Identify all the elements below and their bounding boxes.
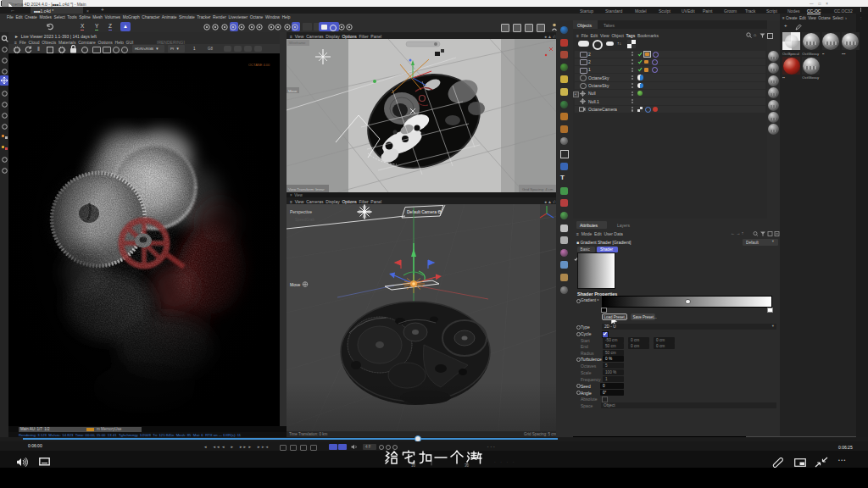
svg-text:SpeedGrab: SpeedGrab	[295, 218, 315, 222]
svg-text:Default Camera ϴ: Default Camera ϴ	[407, 209, 441, 214]
svg-text:Move: Move	[288, 89, 298, 93]
svg-text:View Transform: linear: View Transform: linear	[288, 187, 325, 191]
svg-text:Move: Move	[290, 282, 300, 287]
svg-text:Perspective: Perspective	[290, 209, 312, 214]
svg-text:OCTANE 4.00: OCTANE 4.00	[248, 63, 270, 67]
svg-text:30: 30	[465, 463, 470, 468]
svg-text:Grid Spacing: 4 cm: Grid Spacing: 4 cm	[522, 187, 554, 191]
svg-text:Wireframe: Wireframe	[289, 41, 306, 45]
